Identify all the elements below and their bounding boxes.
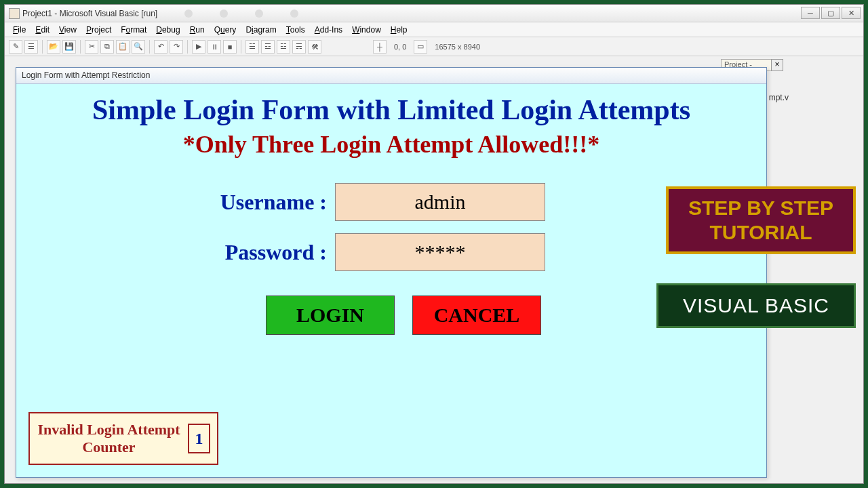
menu-format[interactable]: Format (117, 24, 151, 36)
menu-edit[interactable]: Edit (31, 24, 54, 36)
vb-app-icon (9, 8, 20, 19)
tb-projexp-icon[interactable]: ☱ (245, 40, 259, 54)
window-title: Project1 - Microsoft Visual Basic [run] (22, 9, 157, 18)
toolbar-size: 16575 x 8940 (435, 43, 480, 51)
password-input[interactable] (335, 233, 545, 271)
form-titlebar[interactable]: Login Form with Attempt Restriction (16, 68, 766, 84)
toolbar: ✎ ☰ 📂 💾 ✂ ⧉ 📋 🔍 ↶ ↷ ▶ ⏸ ■ ☱ ☲ ☳ ☴ 🛠 ┼ 0,… (5, 37, 863, 56)
tb-run-icon[interactable]: ▶ (192, 40, 205, 54)
tb-stop-icon[interactable]: ■ (223, 40, 237, 54)
tb-paste-icon[interactable]: 📋 (116, 40, 130, 54)
tb-save-icon[interactable]: 💾 (62, 40, 76, 54)
tb-find-icon[interactable]: 🔍 (132, 40, 145, 54)
attempt-counter-box: Invalid Login Attempt Counter 1 (28, 412, 218, 465)
password-label: Password : (16, 240, 335, 265)
tb-undo-icon[interactable]: ↶ (154, 40, 167, 54)
menu-project[interactable]: Project (82, 24, 115, 36)
cancel-button[interactable]: CANCEL (412, 296, 541, 335)
tb-pause-icon[interactable]: ⏸ (208, 40, 221, 54)
tb-objbrowser-icon[interactable]: ☴ (292, 40, 306, 54)
minimize-button[interactable]: ─ (801, 7, 820, 19)
form-body: Simple Login Form with Limited Login Att… (16, 84, 766, 477)
overlay-step-text: STEP BY STEP TUTORIAL (669, 196, 853, 245)
project-item: mpt.v (769, 93, 789, 102)
counter-value: 1 (188, 424, 210, 453)
username-label: Username : (16, 190, 335, 215)
menu-file[interactable]: File (9, 24, 30, 36)
menubar: File Edit View Project Format Debug Run … (5, 22, 863, 37)
maximize-button[interactable]: ▢ (821, 7, 840, 19)
menu-view[interactable]: View (55, 24, 81, 36)
project-panel-close-icon[interactable]: × (771, 59, 783, 71)
toolbar-coords: 0, 0 (394, 43, 406, 51)
form-subheading: *Only Three Login Attempt Allowed!!!* (16, 130, 766, 159)
menu-debug[interactable]: Debug (152, 24, 184, 36)
tb-props-icon[interactable]: ☲ (261, 40, 275, 54)
form-heading: Simple Login Form with Limited Login Att… (16, 84, 766, 126)
tb-redo-icon[interactable]: ↷ (170, 40, 183, 54)
tb-layout-icon[interactable]: ☳ (277, 40, 290, 54)
overlay-vb-text: VISUAL BASIC (683, 294, 829, 317)
close-button[interactable]: ✕ (842, 7, 861, 19)
counter-label: Invalid Login Attempt Counter (37, 421, 181, 457)
menu-help[interactable]: Help (387, 24, 412, 36)
tb-cut-icon[interactable]: ✂ (85, 40, 98, 54)
tb-pos-icon: ┼ (373, 40, 387, 54)
username-input[interactable] (335, 183, 545, 221)
background-tabs (157, 9, 326, 18)
tb-open-icon[interactable]: 📂 (47, 40, 60, 54)
menu-tools[interactable]: Tools (282, 24, 309, 36)
tb-addmodule-icon[interactable]: ☰ (24, 40, 38, 54)
menu-addins[interactable]: Add-Ins (311, 24, 347, 36)
menu-diagram[interactable]: Diagram (241, 24, 280, 36)
login-button[interactable]: LOGIN (266, 296, 395, 335)
menu-query[interactable]: Query (210, 24, 241, 36)
overlay-step-tutorial: STEP BY STEP TUTORIAL (666, 186, 856, 254)
tb-addform-icon[interactable]: ✎ (9, 40, 22, 54)
tb-toolbox-icon[interactable]: 🛠 (308, 40, 321, 54)
login-form-window: Login Form with Attempt Restriction Simp… (16, 67, 767, 478)
menu-run[interactable]: Run (186, 24, 209, 36)
ide-titlebar: Project1 - Microsoft Visual Basic [run] … (5, 5, 863, 22)
menu-window[interactable]: Window (348, 24, 385, 36)
tb-copy-icon[interactable]: ⧉ (100, 40, 114, 54)
tb-size-icon: ▭ (414, 40, 427, 54)
overlay-visual-basic: VISUAL BASIC (656, 283, 856, 328)
